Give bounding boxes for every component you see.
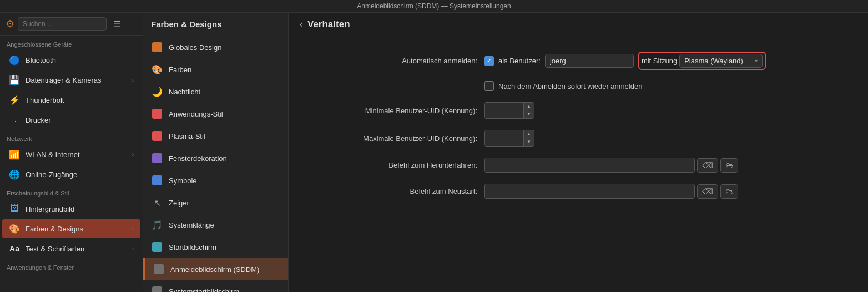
restart-label: Befehl zum Neustart:: [322, 187, 477, 195]
sidebar-item-label: Thunderbolt: [26, 96, 134, 104]
section-header-apps: Anwendungen & Fenster: [0, 259, 143, 273]
middle-item-zeiger[interactable]: ↖ Zeiger: [143, 192, 288, 214]
session-select[interactable]: Plasma (Wayland) ▾: [679, 54, 763, 68]
online-icon: 🌐: [9, 169, 20, 180]
sidebar: ⚙ ☰ Angeschlossene Geräte 🔵 Bluetooth 💾 …: [0, 13, 143, 292]
user-select[interactable]: joerg: [545, 54, 634, 68]
min-uid-up-button[interactable]: ▲: [524, 103, 534, 110]
max-uid-down-button[interactable]: ▼: [524, 138, 534, 146]
session-label: mit Sitzung: [642, 57, 677, 65]
sidebar-item-printer[interactable]: 🖨 Drucker: [2, 110, 140, 129]
min-uid-down-button[interactable]: ▼: [524, 110, 534, 118]
sidebar-item-label: Farben & Designs: [26, 225, 127, 233]
titlebar-text: Anmeldebildschirm (SDDM) — Systemeinstel…: [357, 2, 511, 10]
sidebar-item-wlan[interactable]: 📶 WLAN & Internet ›: [2, 145, 140, 164]
shutdown-folder-button[interactable]: 🗁: [720, 158, 738, 173]
middle-item-label: Anwendungs-Stil: [169, 110, 223, 118]
sidebar-item-thunderbolt[interactable]: ⚡ Thunderbolt: [2, 90, 140, 109]
middle-item-startbildschirm[interactable]: Startbildschirm: [143, 236, 288, 258]
sidebar-item-fonts[interactable]: Aa Text & Schriftarten ›: [2, 239, 140, 258]
gear-icon: ⚙: [6, 18, 14, 30]
middle-item-farben[interactable]: 🎨 Farben: [143, 58, 288, 80]
middle-item-systemstartbildschirm[interactable]: Systemstartbildschirm: [143, 280, 288, 292]
relogin-row: Nach dem Abmelden sofort wieder anmelden: [484, 81, 835, 91]
global-design-icon: [151, 41, 163, 53]
back-button[interactable]: ‹: [300, 18, 303, 30]
cursor-icon: ↖: [151, 197, 163, 209]
content-header: ‹ Verhalten: [289, 13, 868, 36]
max-uid-up-button[interactable]: ▲: [524, 130, 534, 138]
max-uid-row: Maximale Benutzer-UID (Kennung): 60.513 …: [322, 130, 835, 147]
middle-item-label: Symbole: [169, 177, 197, 185]
sidebar-item-label: Online-Zugänge: [26, 170, 134, 179]
middle-item-systemklaenge[interactable]: 🎵 Systemklänge: [143, 214, 288, 236]
middle-item-label: Zeiger: [169, 199, 189, 207]
min-uid-spinbox[interactable]: 1.000 ▲ ▼: [484, 102, 534, 119]
middle-item-symbole[interactable]: Symbole: [143, 169, 288, 192]
sidebar-item-storage[interactable]: 💾 Datenträger & Kameras ›: [2, 71, 140, 89]
middle-item-label: Plasma-Stil: [169, 132, 205, 140]
max-uid-label: Maximale Benutzer-UID (Kennung):: [322, 134, 477, 143]
sidebar-item-online[interactable]: 🌐 Online-Zugänge: [2, 165, 140, 184]
farben-icon: 🎨: [151, 63, 163, 75]
middle-item-label: Nachtlicht: [169, 88, 200, 96]
middle-item-nachtlicht[interactable]: 🌙 Nachtlicht: [143, 80, 288, 103]
min-uid-label: Minimale Benutzer-UID (Kennung):: [322, 107, 477, 115]
content-panel: ‹ Verhalten Automatisch anmelden: als Be…: [289, 13, 868, 292]
min-uid-input[interactable]: 1.000: [485, 104, 523, 117]
content-body: Automatisch anmelden: als Benutzer: joer…: [289, 36, 868, 292]
middle-item-label: Systemklänge: [169, 221, 214, 229]
max-uid-spinbox[interactable]: 60.513 ▲ ▼: [484, 130, 534, 147]
chevron-down-icon: ▾: [755, 58, 758, 64]
auto-login-checkbox[interactable]: [484, 56, 494, 66]
restart-clear-button[interactable]: ⌫: [697, 184, 718, 199]
sidebar-item-label: Hintergrundbild: [26, 205, 134, 213]
relogin-checkbox[interactable]: [484, 81, 494, 91]
icons-icon: [151, 174, 163, 187]
restart-folder-button[interactable]: 🗁: [720, 184, 738, 199]
search-input[interactable]: [18, 17, 107, 31]
wifi-icon: 📶: [9, 149, 20, 160]
middle-panel: Farben & Designs Globales Design 🎨 Farbe…: [143, 13, 289, 292]
middle-item-label: Systemstartbildschirm: [169, 288, 239, 293]
shutdown-input-group: /usr/bin/systemctl poweroff ⌫ 🗁: [484, 158, 738, 173]
plasma-icon: [151, 130, 163, 142]
shutdown-clear-button[interactable]: ⌫: [697, 158, 718, 173]
font-icon: Aa: [9, 243, 20, 254]
middle-item-label: Startbildschirm: [169, 243, 216, 251]
middle-item-label: Farben: [169, 66, 191, 74]
middle-item-plasma-stil[interactable]: Plasma-Stil: [143, 125, 288, 147]
relogin-label: Nach dem Abmelden sofort wieder anmelden: [498, 82, 642, 90]
titlebar: Anmeldebildschirm (SDDM) — Systemeinstel…: [0, 0, 868, 13]
max-uid-spinbox-buttons: ▲ ▼: [523, 130, 534, 146]
chevron-right-icon: ›: [132, 226, 134, 232]
sidebar-item-label: Bluetooth: [26, 56, 134, 64]
middle-item-globales-design[interactable]: Globales Design: [143, 36, 288, 58]
restart-cmd-input[interactable]: /usr/bin/systemctl reboot: [484, 184, 695, 199]
middle-item-anwendungs-stil[interactable]: Anwendungs-Stil: [143, 103, 288, 125]
middle-item-label: Fensterdekoration: [169, 154, 227, 163]
wallpaper-icon: 🖼: [9, 203, 20, 214]
chevron-right-icon: ›: [132, 77, 134, 83]
sddm-icon: [153, 263, 165, 275]
chevron-right-icon: ›: [132, 246, 134, 252]
middle-panel-title: Farben & Designs: [143, 13, 288, 36]
session-value: Plasma (Wayland): [684, 57, 743, 65]
middle-item-fensterdekoration[interactable]: Fensterdekoration: [143, 147, 288, 169]
bluetooth-icon: 🔵: [9, 54, 20, 66]
max-uid-input[interactable]: 60.513: [485, 132, 523, 145]
sidebar-item-themes[interactable]: 🎨 Farben & Designs ›: [2, 219, 140, 238]
middle-item-anmeldebildschirm[interactable]: Anmeldebildschirm (SDDM): [143, 258, 288, 280]
shutdown-cmd-input[interactable]: /usr/bin/systemctl poweroff: [484, 158, 695, 173]
sounds-icon: 🎵: [151, 219, 163, 231]
splash-icon: [151, 241, 163, 253]
sidebar-item-bluetooth[interactable]: 🔵 Bluetooth: [2, 51, 140, 69]
hamburger-button[interactable]: ☰: [110, 18, 124, 31]
min-uid-spinbox-buttons: ▲ ▼: [523, 103, 534, 118]
sidebar-item-label: Text & Schriftarten: [26, 245, 127, 253]
page-title: Verhalten: [307, 19, 350, 30]
sidebar-item-wallpaper[interactable]: 🖼 Hintergrundbild: [2, 199, 140, 218]
sidebar-item-label: WLAN & Internet: [26, 150, 127, 159]
sidebar-search-bar: ⚙ ☰: [0, 13, 143, 36]
section-header-network: Netzwerk: [0, 130, 143, 144]
